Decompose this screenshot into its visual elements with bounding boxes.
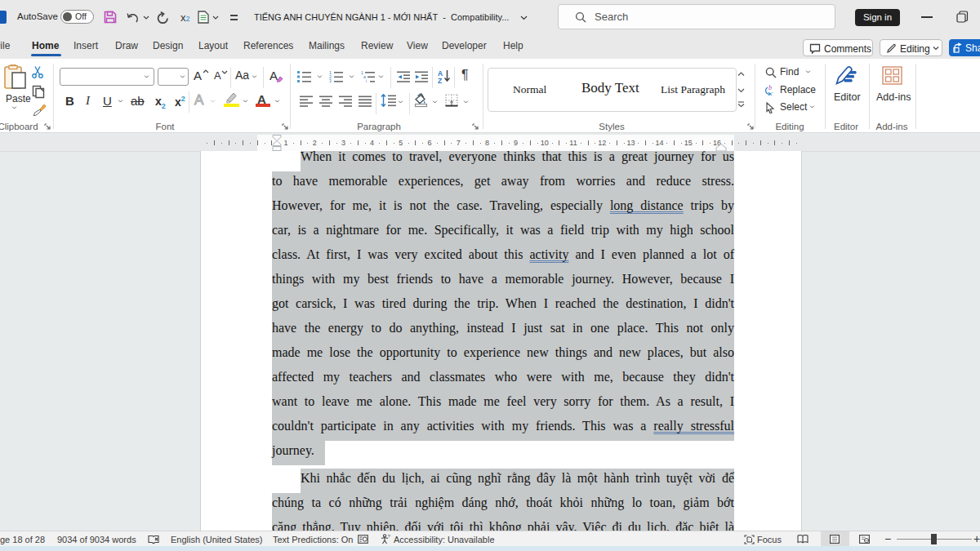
svg-text:Z: Z bbox=[438, 77, 442, 84]
svg-text:?: ? bbox=[388, 534, 391, 539]
svg-text:i: i bbox=[366, 78, 367, 83]
svg-text:c: c bbox=[770, 90, 773, 96]
svg-text:3: 3 bbox=[329, 78, 332, 83]
